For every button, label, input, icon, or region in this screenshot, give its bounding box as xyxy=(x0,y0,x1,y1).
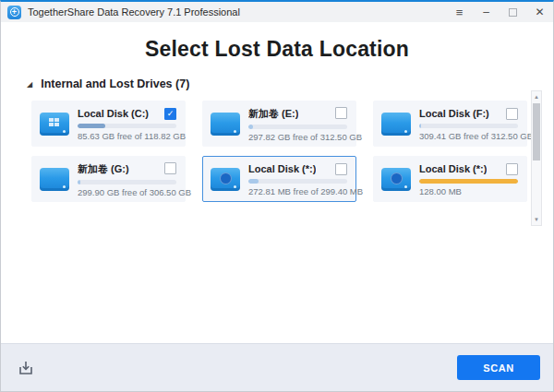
usage-bar xyxy=(248,179,347,184)
drive-capacity: 272.81 MB free of 299.40 MB xyxy=(248,186,347,196)
drive-card[interactable]: Local Disk (*:) 128.00 MB xyxy=(373,156,527,202)
scroll-thumb[interactable] xyxy=(533,103,540,160)
drive-capacity: 309.41 GB free of 312.50 GB xyxy=(419,131,518,141)
disk-icon xyxy=(211,168,240,191)
scroll-down-icon[interactable]: ▼ xyxy=(532,214,541,225)
drive-name: Local Disk (F:) xyxy=(419,108,489,119)
drive-checkbox[interactable] xyxy=(335,107,347,119)
usage-bar-fill xyxy=(419,179,518,184)
drive-checkbox[interactable]: ✓ xyxy=(164,108,176,120)
drive-card[interactable]: 新加卷 (E:) 297.82 GB free of 312.50 GB xyxy=(202,101,356,147)
drive-name: Local Disk (C:) xyxy=(78,108,149,119)
window-controls: ≡ – ✕ xyxy=(446,2,553,22)
footer-bar: SCAN xyxy=(1,343,553,391)
usage-bar-fill xyxy=(419,124,421,128)
drive-grid: Local Disk (C:) ✓ 85.63 GB free of 118.8… xyxy=(31,101,553,202)
drive-card[interactable]: Local Disk (*:) 272.81 MB free of 299.40… xyxy=(202,156,356,202)
usage-bar-fill xyxy=(78,180,80,184)
drive-capacity: 128.00 MB xyxy=(419,186,518,196)
collapse-triangle-icon[interactable]: ◢ xyxy=(27,80,32,89)
window-title: TogetherShare Data Recovery 7.1 Professi… xyxy=(28,6,240,18)
drive-card[interactable]: 新加卷 (G:) 299.90 GB free of 306.50 GB xyxy=(31,156,186,202)
drive-name: Local Disk (*:) xyxy=(248,163,316,174)
usage-bar-fill xyxy=(248,179,259,184)
app-icon: + xyxy=(7,6,21,19)
app-window: + TogetherShare Data Recovery 7.1 Profes… xyxy=(0,0,554,392)
drive-name: 新加卷 (G:) xyxy=(78,162,129,176)
download-tray-icon xyxy=(17,359,35,377)
scan-button[interactable]: SCAN xyxy=(457,355,540,380)
drive-capacity: 297.82 GB free of 312.50 GB xyxy=(248,132,347,142)
usage-bar-fill xyxy=(78,124,105,128)
maximize-button[interactable] xyxy=(500,2,526,22)
disk-icon xyxy=(40,168,69,191)
drive-checkbox[interactable] xyxy=(506,163,518,175)
menu-button[interactable]: ≡ xyxy=(446,2,473,22)
close-button[interactable]: ✕ xyxy=(526,2,553,22)
maximize-icon xyxy=(509,8,517,17)
scroll-up-icon[interactable]: ▲ xyxy=(532,91,541,102)
disk-icon xyxy=(211,113,240,136)
plus-icon: + xyxy=(10,7,19,17)
titlebar: + TogetherShare Data Recovery 7.1 Profes… xyxy=(1,2,553,22)
drive-capacity: 299.90 GB free of 306.50 GB xyxy=(78,187,176,197)
drive-card[interactable]: Local Disk (C:) ✓ 85.63 GB free of 118.8… xyxy=(31,101,186,147)
usage-bar xyxy=(419,179,518,184)
section-header[interactable]: ◢ Internal and Lost Drives (7) xyxy=(27,77,553,90)
usage-bar xyxy=(419,124,518,128)
drive-name: Local Disk (*:) xyxy=(419,163,487,174)
drive-capacity: 85.63 GB free of 118.82 GB xyxy=(78,131,176,141)
section-label: Internal and Lost Drives (7) xyxy=(41,77,189,90)
minimize-button[interactable]: – xyxy=(473,2,500,22)
drive-name: 新加卷 (E:) xyxy=(248,107,298,121)
page-title: Select Lost Data Location xyxy=(1,37,553,62)
drive-card[interactable]: Local Disk (F:) 309.41 GB free of 312.50… xyxy=(373,101,527,147)
disk-icon xyxy=(381,168,411,191)
main-content: Select Lost Data Location ◢ Internal and… xyxy=(1,22,553,343)
drive-checkbox[interactable] xyxy=(506,108,518,120)
disk-icon xyxy=(381,113,411,136)
drive-checkbox[interactable] xyxy=(164,162,176,174)
usage-bar-fill xyxy=(248,125,253,129)
scrollbar[interactable]: ▲ ▼ xyxy=(531,90,542,226)
usage-bar xyxy=(248,125,347,129)
usage-bar xyxy=(78,124,176,128)
disk-icon xyxy=(40,113,69,136)
export-button[interactable] xyxy=(14,356,38,380)
drive-checkbox[interactable] xyxy=(335,163,347,175)
usage-bar xyxy=(78,180,176,184)
